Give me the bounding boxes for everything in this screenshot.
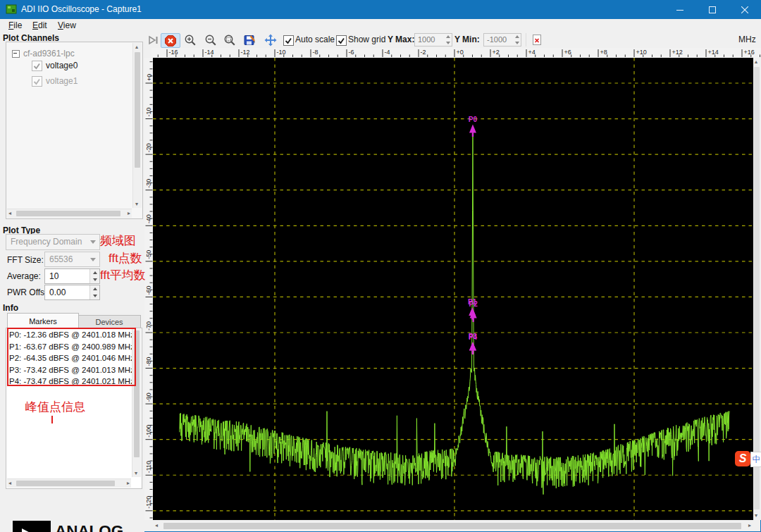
y-axis-ruler: +0-10-20-30-40-50-60-70-80-90-100-110-12…: [144, 58, 153, 520]
pan-icon[interactable]: [264, 33, 278, 47]
svg-text:-110: -110: [146, 461, 153, 473]
scroll-down-icon[interactable]: ▾: [135, 471, 137, 476]
info-label: Info: [3, 303, 18, 313]
input-method-mode[interactable]: 中: [750, 452, 761, 467]
svg-text:P0: P0: [469, 116, 478, 123]
scroll-up-icon[interactable]: ▴: [755, 59, 757, 65]
voltage0-checkbox[interactable]: [32, 61, 42, 71]
adi-logo-icon: [13, 521, 51, 532]
svg-text:+6: +6: [564, 49, 571, 56]
tree-vertical-scrollbar[interactable]: ▴ ▾: [132, 43, 142, 208]
average-spinbox[interactable]: 10: [44, 268, 100, 284]
peak-marker-P4[interactable]: P4: [469, 333, 478, 355]
svg-text:+14: +14: [708, 49, 719, 56]
plot-horizontal-scrollbar[interactable]: ◂ ▸: [153, 521, 753, 531]
svg-text:-12: -12: [241, 49, 250, 56]
svg-text:+12: +12: [672, 49, 683, 56]
y-max-input[interactable]: 1000: [414, 33, 452, 47]
new-plot-icon[interactable]: [530, 33, 544, 47]
plot-type-value: Frequency Domain: [11, 237, 82, 247]
spectrum-plot-canvas[interactable]: P0P1P2P3P4: [153, 58, 753, 520]
adi-logo-text: ANALOG DEVICES: [55, 522, 125, 532]
svg-text:+0: +0: [457, 49, 464, 56]
spinner-arrows[interactable]: [513, 34, 521, 46]
pwr-offset-spinbox[interactable]: 0.00: [44, 285, 100, 300]
app-window: ADI IIO Oscilloscope - Capture1 FileEdit…: [0, 0, 761, 532]
scroll-down-icon[interactable]: ▾: [135, 202, 138, 207]
peak-marker-P0[interactable]: P0: [469, 116, 478, 137]
scroll-left-icon[interactable]: ◂: [8, 211, 11, 216]
voltage1-checkbox[interactable]: [32, 76, 42, 87]
scroll-up-icon[interactable]: ▴: [135, 44, 138, 50]
svg-text:-14: -14: [205, 49, 214, 56]
close-button[interactable]: [729, 0, 761, 19]
spinner-arrows[interactable]: [89, 269, 99, 283]
plot-type-dropdown[interactable]: Frequency Domain: [6, 234, 100, 250]
scroll-right-icon[interactable]: ▸: [128, 211, 130, 216]
svg-text:-60: -60: [146, 285, 153, 295]
stop-capture-icon[interactable]: [161, 33, 180, 48]
peak-marker-P2[interactable]: P2: [469, 300, 478, 322]
y-min-input[interactable]: -1000: [483, 33, 521, 47]
scroll-left-icon[interactable]: ◂: [155, 523, 158, 528]
svg-text:+10: +10: [636, 49, 647, 56]
svg-text:+16: +16: [744, 49, 755, 56]
tree-channel-voltage0[interactable]: voltage0: [46, 61, 78, 70]
window-title: ADI IIO Oscilloscope - Capture1: [21, 4, 142, 14]
average-label: Average:: [7, 271, 41, 281]
svg-text:-10: -10: [277, 49, 286, 56]
scroll-right-icon[interactable]: ▸: [748, 523, 751, 528]
list-horizontal-scrollbar[interactable]: ◂ ▸: [7, 478, 131, 488]
menu-item-file[interactable]: File: [6, 20, 25, 31]
tree-channel-voltage1[interactable]: voltage1: [46, 76, 78, 86]
auto-scale-checkbox[interactable]: [283, 35, 294, 46]
menu-item-edit[interactable]: Edit: [30, 20, 50, 31]
show-grid-checkbox[interactable]: [336, 35, 347, 46]
chevron-down-icon: [90, 240, 96, 244]
tab-devices[interactable]: Devices: [78, 315, 141, 329]
spinner-arrows[interactable]: [89, 285, 99, 299]
save-icon[interactable]: [242, 33, 256, 47]
y-max-value: 1000: [418, 35, 435, 44]
sogou-icon[interactable]: S: [735, 451, 750, 466]
svg-text:-50: -50: [146, 250, 153, 259]
svg-text:-30: -30: [146, 179, 153, 188]
capture-play-icon[interactable]: [147, 33, 161, 47]
scroll-down-icon[interactable]: ▾: [755, 513, 757, 519]
pwr-offset-value: 0.00: [49, 287, 66, 297]
x-axis-unit-label: MHz: [738, 35, 756, 44]
chevron-down-icon: [90, 258, 96, 261]
svg-text:-10: -10: [146, 108, 153, 117]
zoom-out-icon[interactable]: [204, 33, 218, 47]
tree-horizontal-scrollbar[interactable]: ◂ ▸: [7, 209, 132, 218]
tab-markers[interactable]: Markers: [7, 313, 79, 328]
svg-text:-6: -6: [349, 49, 354, 56]
average-value: 10: [49, 271, 58, 281]
show-grid-label: Show grid: [348, 35, 385, 44]
minimize-button[interactable]: [664, 0, 696, 19]
svg-text:+4: +4: [528, 49, 536, 56]
svg-text:+8: +8: [600, 49, 607, 56]
svg-text:-2: -2: [421, 49, 426, 56]
fft-size-dropdown[interactable]: 65536: [44, 252, 100, 267]
svg-text:-70: -70: [146, 321, 153, 330]
scroll-right-icon[interactable]: ▸: [127, 481, 130, 486]
maximize-button[interactable]: [696, 0, 729, 19]
zoom-in-icon[interactable]: [183, 33, 197, 47]
svg-text:-100: -100: [146, 425, 153, 438]
input-method-indicator[interactable]: S 中: [735, 451, 761, 467]
svg-text:-4: -4: [385, 49, 390, 56]
y-max-label: Y Max:: [388, 35, 414, 44]
svg-text:-120: -120: [146, 496, 153, 509]
svg-text:-90: -90: [146, 392, 153, 402]
title-bar: ADI IIO Oscilloscope - Capture1: [0, 0, 761, 19]
zoom-fit-icon[interactable]: [223, 33, 237, 47]
y-min-label: Y Min:: [454, 35, 480, 44]
fft-size-value: 65536: [49, 254, 73, 264]
svg-text:-16: -16: [169, 49, 178, 56]
tree-expander-icon[interactable]: [12, 50, 20, 58]
tree-device-label[interactable]: cf-ad9361-lpc: [23, 49, 75, 58]
spinner-arrows[interactable]: [444, 34, 452, 46]
menu-item-view[interactable]: View: [55, 20, 79, 31]
scroll-left-icon[interactable]: ◂: [8, 481, 11, 486]
